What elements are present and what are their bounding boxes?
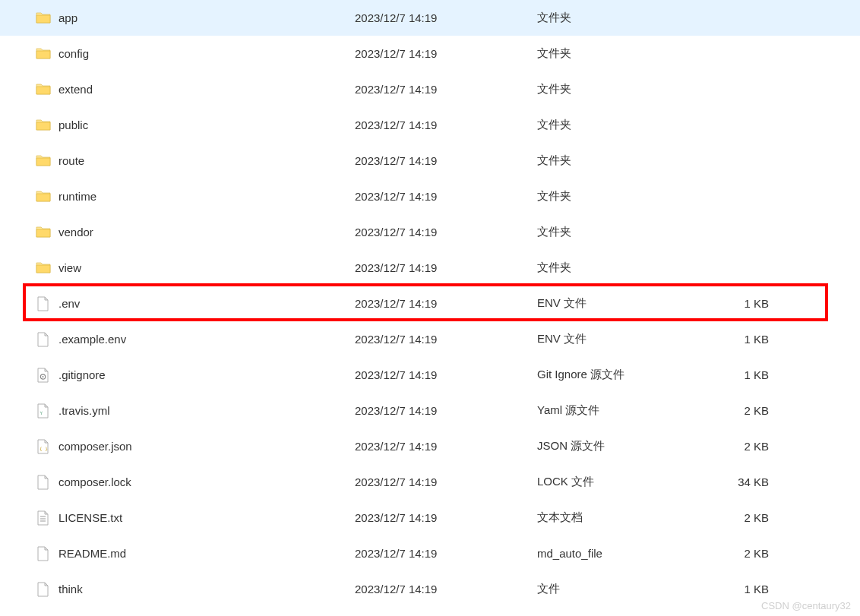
file-type-cell: 文本文档 [537, 510, 716, 525]
file-name-cell: runtime [36, 189, 355, 204]
file-name-label: .gitignore [58, 368, 106, 381]
file-row[interactable]: runtime2023/12/7 14:19文件夹 [0, 178, 860, 214]
file-type-cell: ENV 文件 [537, 296, 716, 311]
file-name-label: .travis.yml [58, 404, 110, 417]
folder-icon [36, 153, 51, 169]
file-type-cell: 文件 [537, 582, 716, 596]
file-name-cell: README.md [36, 546, 355, 561]
file-icon [36, 296, 51, 311]
file-type-cell: 文件夹 [537, 118, 716, 132]
file-name-label: runtime [58, 190, 96, 203]
file-name-cell: .env [36, 296, 355, 311]
file-size-cell: 2 KB [716, 404, 784, 417]
file-date-cell: 2023/12/7 14:19 [355, 47, 537, 60]
folder-icon [36, 189, 51, 204]
file-name-label: README.md [58, 547, 126, 560]
file-size-cell: 2 KB [716, 547, 784, 560]
file-date-cell: 2023/12/7 14:19 [355, 83, 537, 96]
file-date-cell: 2023/12/7 14:19 [355, 190, 537, 203]
file-name-label: composer.json [58, 440, 132, 453]
file-name-label: vendor [58, 226, 93, 239]
file-date-cell: 2023/12/7 14:19 [355, 511, 537, 524]
file-row[interactable]: view2023/12/7 14:19文件夹 [0, 250, 860, 286]
file-date-cell: 2023/12/7 14:19 [355, 118, 537, 131]
file-row[interactable]: public2023/12/7 14:19文件夹 [0, 107, 860, 143]
watermark: CSDN @centaury32 [761, 600, 851, 611]
file-name-cell: vendor [36, 225, 355, 240]
file-row[interactable]: Y.travis.yml2023/12/7 14:19Yaml 源文件2 KB [0, 393, 860, 428]
file-name-label: app [58, 11, 77, 24]
file-row[interactable]: route2023/12/7 14:19文件夹 [0, 143, 860, 178]
file-date-cell: 2023/12/7 14:19 [355, 297, 537, 310]
file-row[interactable]: .env2023/12/7 14:19ENV 文件1 KB [0, 286, 860, 321]
file-type-cell: ENV 文件 [537, 332, 716, 346]
file-name-cell: { }composer.json [36, 439, 355, 454]
svg-text:{ }: { } [40, 446, 48, 451]
file-type-cell: 文件夹 [537, 189, 716, 204]
file-size-cell: 1 KB [716, 297, 784, 310]
file-row[interactable]: composer.lock2023/12/7 14:19LOCK 文件34 KB [0, 464, 860, 500]
file-name-label: config [58, 47, 89, 60]
file-name-label: route [58, 154, 84, 167]
file-date-cell: 2023/12/7 14:19 [355, 547, 537, 560]
file-row[interactable]: README.md2023/12/7 14:19md_auto_file2 KB [0, 535, 860, 571]
file-name-cell: composer.lock [36, 475, 355, 490]
file-date-cell: 2023/12/7 14:19 [355, 11, 537, 24]
file-name-label: think [58, 583, 83, 595]
file-icon [36, 582, 51, 597]
file-type-cell: 文件夹 [537, 261, 716, 275]
file-row[interactable]: .example.env2023/12/7 14:19ENV 文件1 KB [0, 321, 860, 357]
file-name-cell: think [36, 582, 355, 597]
file-name-cell: Y.travis.yml [36, 403, 355, 419]
svg-point-1 [43, 376, 44, 377]
file-date-cell: 2023/12/7 14:19 [355, 261, 537, 274]
folder-icon [36, 11, 51, 26]
file-row[interactable]: config2023/12/7 14:19文件夹 [0, 36, 860, 71]
file-row[interactable]: think2023/12/7 14:19文件1 KB [0, 571, 860, 607]
file-type-cell: 文件夹 [537, 11, 716, 25]
file-name-label: public [58, 118, 88, 131]
file-date-cell: 2023/12/7 14:19 [355, 404, 537, 417]
file-name-cell: view [36, 261, 355, 276]
file-date-cell: 2023/12/7 14:19 [355, 368, 537, 381]
file-date-cell: 2023/12/7 14:19 [355, 475, 537, 488]
file-row[interactable]: app2023/12/7 14:19文件夹 [0, 0, 860, 36]
file-name-label: composer.lock [58, 475, 131, 488]
file-row[interactable]: vendor2023/12/7 14:19文件夹 [0, 214, 860, 250]
file-type-cell: JSON 源文件 [537, 439, 716, 453]
file-type-cell: 文件夹 [537, 225, 716, 239]
file-type-cell: 文件夹 [537, 82, 716, 96]
folder-icon [36, 261, 51, 276]
file-name-cell: public [36, 118, 355, 133]
file-icon [36, 510, 51, 526]
file-type-cell: md_auto_file [537, 547, 716, 560]
folder-icon [36, 82, 51, 97]
file-type-cell: Git Ignore 源文件 [537, 368, 716, 382]
file-row[interactable]: extend2023/12/7 14:19文件夹 [0, 71, 860, 107]
file-row[interactable]: .gitignore2023/12/7 14:19Git Ignore 源文件1… [0, 357, 860, 393]
file-size-cell: 1 KB [716, 583, 784, 595]
file-row[interactable]: { }composer.json2023/12/7 14:19JSON 源文件2… [0, 428, 860, 464]
folder-icon [36, 118, 51, 133]
file-name-label: extend [58, 83, 93, 96]
file-name-label: .env [58, 297, 80, 310]
file-date-cell: 2023/12/7 14:19 [355, 440, 537, 453]
file-name-cell: config [36, 46, 355, 62]
file-name-label: .example.env [58, 333, 126, 346]
file-name-label: LICENSE.txt [58, 511, 122, 524]
file-size-cell: 1 KB [716, 368, 784, 381]
file-date-cell: 2023/12/7 14:19 [355, 154, 537, 167]
file-icon [36, 368, 51, 383]
file-name-cell: app [36, 11, 355, 26]
file-icon [36, 546, 51, 561]
file-size-cell: 2 KB [716, 511, 784, 524]
folder-icon [36, 46, 51, 62]
file-name-cell: route [36, 153, 355, 169]
file-date-cell: 2023/12/7 14:19 [355, 583, 537, 595]
file-size-cell: 2 KB [716, 440, 784, 453]
file-icon [36, 475, 51, 490]
file-list: app2023/12/7 14:19文件夹config2023/12/7 14:… [0, 0, 860, 607]
file-date-cell: 2023/12/7 14:19 [355, 226, 537, 239]
file-name-cell: .gitignore [36, 368, 355, 383]
file-row[interactable]: LICENSE.txt2023/12/7 14:19文本文档2 KB [0, 500, 860, 535]
